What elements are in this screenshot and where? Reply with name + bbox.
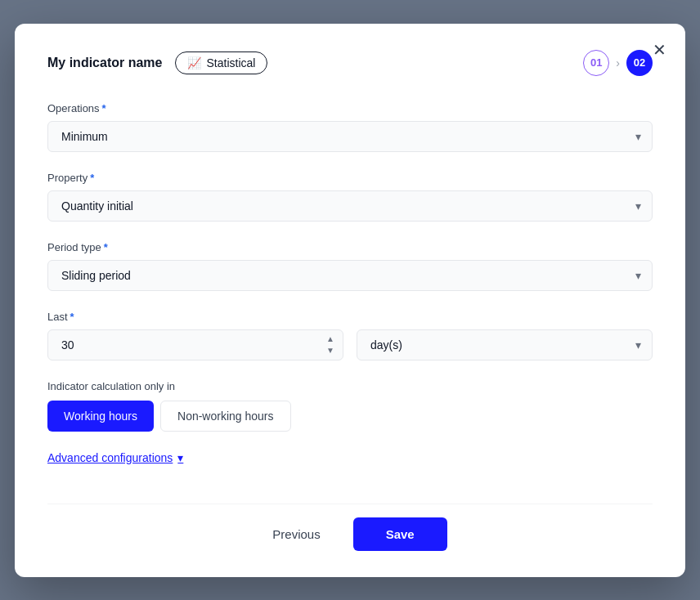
operations-select-wrapper: Minimum Maximum Average Sum Count	[47, 121, 653, 152]
operations-label: Operations *	[47, 102, 653, 114]
step-1: 01	[583, 50, 609, 76]
spinner-arrows: ▲ ▼	[324, 334, 337, 356]
operations-section: Operations * Minimum Maximum Average Sum…	[47, 102, 653, 152]
period-type-section: Period type * Sliding period Fixed perio…	[47, 241, 653, 291]
badge-icon: 📈	[187, 56, 201, 69]
property-section: Property * Quantity initial Quantity fin…	[47, 172, 653, 222]
last-section: Last * ▲ ▼ day(s) hour(s) week(s) month(…	[47, 311, 653, 360]
step-arrow: ›	[616, 56, 620, 69]
required-star-period: *	[104, 241, 108, 253]
badge-label: Statistical	[206, 56, 255, 69]
period-type-select-wrapper: Sliding period Fixed period	[47, 260, 653, 291]
modal-dialog: ✕ My indicator name 📈 Statistical 01 › 0…	[15, 24, 685, 577]
close-button[interactable]: ✕	[646, 37, 672, 63]
required-star-last: *	[70, 311, 74, 323]
modal-footer: Previous Save	[47, 504, 653, 551]
calculation-label: Indicator calculation only in	[47, 380, 653, 392]
days-select[interactable]: day(s) hour(s) week(s) month(s)	[357, 329, 653, 360]
spinner-up[interactable]: ▲	[324, 334, 337, 344]
chevron-down-icon: ▾	[177, 451, 183, 464]
days-select-wrapper: day(s) hour(s) week(s) month(s)	[357, 329, 653, 360]
property-label: Property *	[47, 172, 653, 184]
spinner-down[interactable]: ▼	[324, 346, 337, 356]
required-star-property: *	[90, 172, 94, 184]
last-input[interactable]	[47, 329, 343, 360]
operations-select[interactable]: Minimum Maximum Average Sum Count	[47, 121, 653, 152]
non-working-hours-button[interactable]: Non-working hours	[160, 401, 291, 432]
period-type-label: Period type *	[47, 241, 653, 253]
period-type-select[interactable]: Sliding period Fixed period	[47, 260, 653, 291]
last-row: ▲ ▼ day(s) hour(s) week(s) month(s)	[47, 329, 653, 360]
calculation-section: Indicator calculation only in Working ho…	[47, 380, 653, 432]
modal-header: My indicator name 📈 Statistical 01 › 02	[47, 50, 653, 76]
property-select[interactable]: Quantity initial Quantity final Price	[47, 190, 653, 222]
toggle-buttons: Working hours Non-working hours	[47, 401, 653, 432]
save-button[interactable]: Save	[353, 517, 447, 551]
step-indicators: 01 › 02	[583, 50, 653, 76]
indicator-name: My indicator name	[47, 56, 162, 70]
type-badge: 📈 Statistical	[175, 51, 267, 74]
last-input-wrapper: ▲ ▼	[47, 329, 343, 360]
required-star: *	[102, 102, 106, 114]
header-left: My indicator name 📈 Statistical	[47, 51, 267, 74]
previous-button[interactable]: Previous	[253, 519, 339, 549]
last-label: Last *	[47, 311, 653, 323]
advanced-configurations-button[interactable]: Advanced configurations ▾	[47, 451, 183, 464]
working-hours-button[interactable]: Working hours	[47, 401, 154, 432]
close-icon: ✕	[653, 40, 666, 60]
property-select-wrapper: Quantity initial Quantity final Price	[47, 190, 653, 222]
